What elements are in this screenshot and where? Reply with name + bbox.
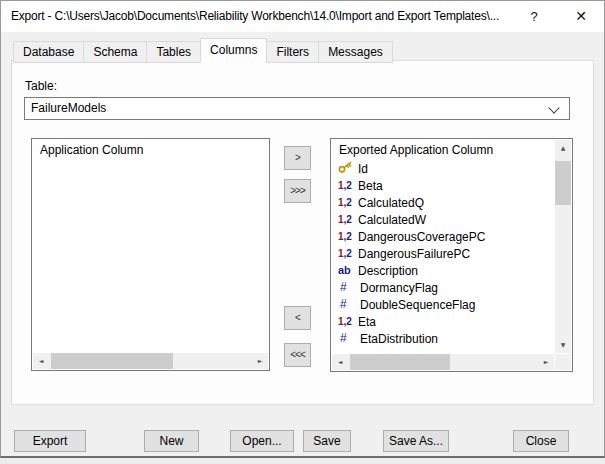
column-type-icon: # bbox=[338, 279, 360, 296]
scrollbar-corner bbox=[555, 354, 571, 370]
column-type-icon: 1,2 bbox=[338, 211, 358, 228]
exported-column-row[interactable]: 1,2 DangerousFailurePC bbox=[332, 245, 554, 262]
horizontal-scrollbar[interactable]: ◄ ► bbox=[332, 354, 554, 370]
add-column-button[interactable]: > bbox=[284, 146, 311, 170]
exported-column-row[interactable]: ab Description bbox=[332, 262, 554, 279]
scrollbar-thumb[interactable] bbox=[555, 161, 571, 205]
scroll-right-icon[interactable]: ► bbox=[252, 353, 268, 369]
exported-column-row[interactable]: 1,2 CalculatedQ bbox=[332, 194, 554, 211]
title-bar: Export - C:\Users\Jacob\Documents\Reliab… bbox=[1, 1, 604, 32]
table-label: Table: bbox=[25, 79, 57, 93]
exported-column-row[interactable]: # DormancyFlag bbox=[332, 279, 554, 296]
table-dropdown-value: FailureModels bbox=[31, 98, 106, 119]
application-column-header: Application Column bbox=[40, 143, 143, 157]
save-as-button[interactable]: Save As... bbox=[383, 430, 449, 452]
help-button[interactable]: ? bbox=[517, 1, 551, 32]
column-type-icon: 1,2 bbox=[338, 177, 358, 194]
exported-column-row[interactable]: Id bbox=[332, 160, 554, 177]
add-all-columns-button[interactable]: >>> bbox=[284, 179, 311, 203]
exported-column-rows: Id 1,2 Beta 1,2 CalculatedQ 1,2 Calculat… bbox=[332, 160, 554, 347]
scroll-left-icon[interactable]: ◄ bbox=[33, 353, 49, 369]
tab[interactable]: Schema bbox=[83, 41, 147, 63]
table-dropdown[interactable]: FailureModels bbox=[24, 97, 570, 120]
exported-column-header: Exported Application Column bbox=[339, 143, 493, 157]
save-button[interactable]: Save bbox=[303, 430, 351, 452]
new-button[interactable]: New bbox=[144, 430, 199, 452]
tab-strip: DatabaseSchemaTablesColumnsFiltersMessag… bbox=[14, 38, 393, 63]
export-dialog: Export - C:\Users\Jacob\Documents\Reliab… bbox=[0, 0, 605, 458]
close-button[interactable]: Close bbox=[513, 430, 569, 452]
key-icon bbox=[338, 160, 353, 174]
scrollbar-thumb[interactable] bbox=[51, 353, 173, 369]
scroll-up-icon[interactable]: ▲ bbox=[555, 140, 571, 156]
column-type-icon bbox=[338, 160, 358, 177]
tab[interactable]: Filters bbox=[266, 41, 319, 63]
tab[interactable]: Columns bbox=[200, 38, 267, 63]
scroll-left-icon[interactable]: ◄ bbox=[332, 354, 348, 370]
tab[interactable]: Database bbox=[13, 41, 84, 63]
chevron-down-icon bbox=[548, 102, 559, 113]
column-type-icon: # bbox=[338, 330, 360, 347]
exported-column-row[interactable]: 1,2 Beta bbox=[332, 177, 554, 194]
column-type-icon: 1,2 bbox=[338, 194, 358, 211]
vertical-scrollbar[interactable]: ▲ ▼ bbox=[555, 140, 571, 353]
column-type-icon: 1,2 bbox=[338, 228, 358, 245]
application-column-list[interactable]: Application Column ◄ ► bbox=[31, 138, 270, 371]
column-type-icon: ab bbox=[338, 262, 358, 279]
exported-column-row[interactable]: # DoubleSequenceFlag bbox=[332, 296, 554, 313]
exported-column-row[interactable]: # EtaDistribution bbox=[332, 330, 554, 347]
scroll-right-icon[interactable]: ► bbox=[538, 354, 554, 370]
remove-all-columns-button[interactable]: <<< bbox=[284, 343, 311, 367]
scroll-down-icon[interactable]: ▼ bbox=[555, 337, 571, 353]
tab[interactable]: Tables bbox=[146, 41, 201, 63]
column-type-icon: 1,2 bbox=[338, 245, 358, 262]
export-button[interactable]: Export bbox=[14, 430, 86, 452]
horizontal-scrollbar[interactable]: ◄ ► bbox=[33, 353, 268, 369]
exported-column-row[interactable]: 1,2 DangerousCoveragePC bbox=[332, 228, 554, 245]
tab[interactable]: Messages bbox=[318, 41, 393, 63]
scrollbar-thumb[interactable] bbox=[350, 354, 450, 370]
column-type-icon: 1,2 bbox=[338, 313, 358, 330]
column-type-icon: # bbox=[338, 296, 360, 313]
exported-column-row[interactable]: 1,2 Eta bbox=[332, 313, 554, 330]
remove-column-button[interactable]: < bbox=[284, 306, 311, 330]
exported-column-row[interactable]: 1,2 CalculatedW bbox=[332, 211, 554, 228]
open-button[interactable]: Open... bbox=[230, 430, 294, 452]
exported-column-list[interactable]: Exported Application Column Id 1,2 Beta … bbox=[330, 138, 573, 372]
close-window-button[interactable]: ✕ bbox=[559, 1, 603, 32]
window-title: Export - C:\Users\Jacob\Documents\Reliab… bbox=[11, 1, 499, 32]
